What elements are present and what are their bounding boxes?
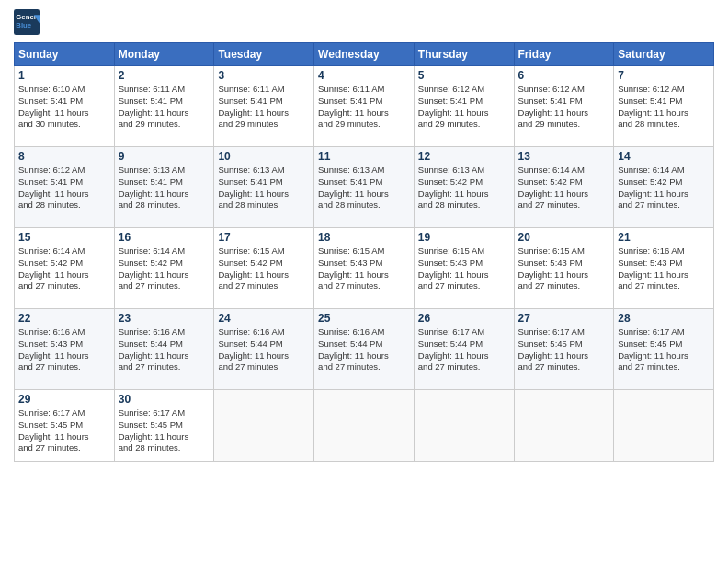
day-info: Sunrise: 6:17 AM Sunset: 5:45 PM Dayligh…: [119, 408, 210, 454]
day-number: 22: [18, 312, 110, 325]
calendar-cell: 21Sunrise: 6:16 AM Sunset: 5:43 PM Dayli…: [614, 228, 714, 309]
day-number: 15: [18, 231, 110, 244]
calendar-cell: 28Sunrise: 6:17 AM Sunset: 5:45 PM Dayli…: [614, 309, 714, 390]
calendar-week-4: 22Sunrise: 6:16 AM Sunset: 5:43 PM Dayli…: [15, 309, 714, 390]
day-number: 4: [318, 69, 410, 82]
day-number: 25: [318, 312, 410, 325]
calendar-cell: 15Sunrise: 6:14 AM Sunset: 5:42 PM Dayli…: [15, 228, 115, 309]
weekday-header-wednesday: Wednesday: [314, 43, 415, 66]
logo: General Blue: [14, 9, 43, 35]
calendar-week-3: 15Sunrise: 6:14 AM Sunset: 5:42 PM Dayli…: [15, 228, 714, 309]
header: General Blue: [14, 9, 714, 35]
calendar-cell: [514, 390, 614, 462]
day-info: Sunrise: 6:11 AM Sunset: 5:41 PM Dayligh…: [119, 84, 210, 131]
calendar-cell: 24Sunrise: 6:16 AM Sunset: 5:44 PM Dayli…: [214, 309, 314, 390]
day-info: Sunrise: 6:16 AM Sunset: 5:44 PM Dayligh…: [318, 327, 410, 373]
day-number: 11: [318, 150, 410, 163]
calendar-cell: 6Sunrise: 6:12 AM Sunset: 5:41 PM Daylig…: [514, 66, 614, 147]
logo-icon: General Blue: [14, 9, 40, 35]
calendar-cell: 30Sunrise: 6:17 AM Sunset: 5:45 PM Dayli…: [114, 390, 214, 462]
day-info: Sunrise: 6:14 AM Sunset: 5:42 PM Dayligh…: [18, 246, 110, 293]
day-info: Sunrise: 6:17 AM Sunset: 5:44 PM Dayligh…: [418, 327, 510, 373]
day-info: Sunrise: 6:11 AM Sunset: 5:41 PM Dayligh…: [218, 84, 310, 131]
day-info: Sunrise: 6:15 AM Sunset: 5:43 PM Dayligh…: [418, 246, 510, 293]
calendar-cell: 8Sunrise: 6:12 AM Sunset: 5:41 PM Daylig…: [15, 147, 115, 228]
day-number: 14: [618, 150, 710, 163]
day-number: 10: [218, 150, 310, 163]
calendar-cell: 20Sunrise: 6:15 AM Sunset: 5:43 PM Dayli…: [514, 228, 614, 309]
calendar-cell: 16Sunrise: 6:14 AM Sunset: 5:42 PM Dayli…: [114, 228, 214, 309]
calendar-cell: 10Sunrise: 6:13 AM Sunset: 5:41 PM Dayli…: [214, 147, 314, 228]
weekday-header-thursday: Thursday: [414, 43, 514, 66]
calendar-cell: 23Sunrise: 6:16 AM Sunset: 5:44 PM Dayli…: [114, 309, 214, 390]
day-info: Sunrise: 6:17 AM Sunset: 5:45 PM Dayligh…: [18, 408, 110, 454]
day-info: Sunrise: 6:15 AM Sunset: 5:43 PM Dayligh…: [318, 246, 410, 293]
day-info: Sunrise: 6:16 AM Sunset: 5:44 PM Dayligh…: [218, 327, 310, 373]
day-number: 28: [618, 312, 710, 325]
day-info: Sunrise: 6:14 AM Sunset: 5:42 PM Dayligh…: [518, 165, 610, 212]
calendar-cell: 17Sunrise: 6:15 AM Sunset: 5:42 PM Dayli…: [214, 228, 314, 309]
calendar-header: SundayMondayTuesdayWednesdayThursdayFrid…: [15, 43, 714, 66]
calendar-cell: 27Sunrise: 6:17 AM Sunset: 5:45 PM Dayli…: [514, 309, 614, 390]
calendar-cell: 13Sunrise: 6:14 AM Sunset: 5:42 PM Dayli…: [514, 147, 614, 228]
calendar-cell: [314, 390, 415, 462]
day-number: 19: [418, 231, 510, 244]
day-info: Sunrise: 6:13 AM Sunset: 5:41 PM Dayligh…: [119, 165, 210, 212]
day-number: 23: [119, 312, 210, 325]
calendar-week-1: 1Sunrise: 6:10 AM Sunset: 5:41 PM Daylig…: [15, 66, 714, 147]
calendar-cell: 1Sunrise: 6:10 AM Sunset: 5:41 PM Daylig…: [15, 66, 115, 147]
day-number: 16: [119, 231, 210, 244]
day-number: 2: [119, 69, 210, 82]
calendar-table: SundayMondayTuesdayWednesdayThursdayFrid…: [14, 42, 714, 462]
day-info: Sunrise: 6:12 AM Sunset: 5:41 PM Dayligh…: [18, 165, 110, 212]
calendar-cell: 18Sunrise: 6:15 AM Sunset: 5:43 PM Dayli…: [314, 228, 415, 309]
day-info: Sunrise: 6:17 AM Sunset: 5:45 PM Dayligh…: [618, 327, 710, 373]
day-info: Sunrise: 6:13 AM Sunset: 5:41 PM Dayligh…: [318, 165, 410, 212]
day-number: 9: [119, 150, 210, 163]
calendar-cell: 11Sunrise: 6:13 AM Sunset: 5:41 PM Dayli…: [314, 147, 415, 228]
day-number: 6: [518, 69, 610, 82]
calendar-week-2: 8Sunrise: 6:12 AM Sunset: 5:41 PM Daylig…: [15, 147, 714, 228]
day-number: 12: [418, 150, 510, 163]
day-number: 21: [618, 231, 710, 244]
day-number: 30: [119, 393, 210, 406]
calendar-cell: 9Sunrise: 6:13 AM Sunset: 5:41 PM Daylig…: [114, 147, 214, 228]
calendar-cell: 7Sunrise: 6:12 AM Sunset: 5:41 PM Daylig…: [614, 66, 714, 147]
page-container: General Blue SundayMondayTuesdayWednesda…: [0, 0, 728, 563]
day-info: Sunrise: 6:16 AM Sunset: 5:44 PM Dayligh…: [119, 327, 210, 373]
calendar-week-5: 29Sunrise: 6:17 AM Sunset: 5:45 PM Dayli…: [15, 390, 714, 462]
day-number: 3: [218, 69, 310, 82]
weekday-header-sunday: Sunday: [15, 43, 115, 66]
calendar-cell: 12Sunrise: 6:13 AM Sunset: 5:42 PM Dayli…: [414, 147, 514, 228]
day-info: Sunrise: 6:12 AM Sunset: 5:41 PM Dayligh…: [618, 84, 710, 131]
calendar-cell: 29Sunrise: 6:17 AM Sunset: 5:45 PM Dayli…: [15, 390, 115, 462]
day-info: Sunrise: 6:13 AM Sunset: 5:42 PM Dayligh…: [418, 165, 510, 212]
day-info: Sunrise: 6:14 AM Sunset: 5:42 PM Dayligh…: [119, 246, 210, 293]
day-number: 13: [518, 150, 610, 163]
calendar-body: 1Sunrise: 6:10 AM Sunset: 5:41 PM Daylig…: [15, 66, 714, 462]
weekday-header-friday: Friday: [514, 43, 614, 66]
calendar-cell: 25Sunrise: 6:16 AM Sunset: 5:44 PM Dayli…: [314, 309, 415, 390]
calendar-cell: 14Sunrise: 6:14 AM Sunset: 5:42 PM Dayli…: [614, 147, 714, 228]
day-info: Sunrise: 6:16 AM Sunset: 5:43 PM Dayligh…: [618, 246, 710, 293]
svg-text:Blue: Blue: [16, 21, 32, 29]
day-info: Sunrise: 6:12 AM Sunset: 5:41 PM Dayligh…: [518, 84, 610, 131]
weekday-header-saturday: Saturday: [614, 43, 714, 66]
day-number: 26: [418, 312, 510, 325]
calendar-cell: 4Sunrise: 6:11 AM Sunset: 5:41 PM Daylig…: [314, 66, 415, 147]
day-number: 1: [18, 69, 110, 82]
day-number: 27: [518, 312, 610, 325]
weekday-row: SundayMondayTuesdayWednesdayThursdayFrid…: [15, 43, 714, 66]
day-number: 7: [618, 69, 710, 82]
day-info: Sunrise: 6:14 AM Sunset: 5:42 PM Dayligh…: [618, 165, 710, 212]
calendar-cell: 22Sunrise: 6:16 AM Sunset: 5:43 PM Dayli…: [15, 309, 115, 390]
calendar-cell: 26Sunrise: 6:17 AM Sunset: 5:44 PM Dayli…: [414, 309, 514, 390]
day-number: 20: [518, 231, 610, 244]
calendar-cell: 5Sunrise: 6:12 AM Sunset: 5:41 PM Daylig…: [414, 66, 514, 147]
day-number: 24: [218, 312, 310, 325]
day-info: Sunrise: 6:17 AM Sunset: 5:45 PM Dayligh…: [518, 327, 610, 373]
day-info: Sunrise: 6:10 AM Sunset: 5:41 PM Dayligh…: [18, 84, 110, 131]
day-info: Sunrise: 6:12 AM Sunset: 5:41 PM Dayligh…: [418, 84, 510, 131]
day-number: 8: [18, 150, 110, 163]
day-number: 29: [18, 393, 110, 406]
